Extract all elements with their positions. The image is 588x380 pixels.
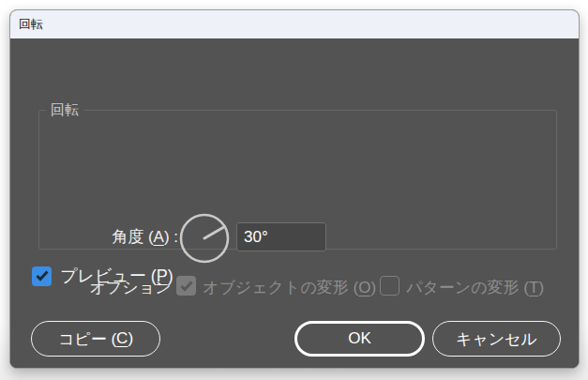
dialog-title: 回転: [19, 16, 43, 33]
angle-input[interactable]: [236, 222, 326, 251]
rotation-dial-icon[interactable]: [176, 210, 233, 266]
ok-button[interactable]: OK: [294, 321, 425, 357]
angle-label-mnemonic: A: [154, 228, 164, 246]
angle-label: 角度 (A) :: [68, 226, 178, 248]
pattern-transform-mnemonic: T: [529, 279, 538, 296]
angle-label-pre: 角度 (: [112, 228, 153, 246]
preview-label-post: ): [168, 266, 173, 285]
copy-button-label-pre: コピー (: [58, 328, 116, 350]
rotate-groupbox: 回転 角度 (A) : オプション :: [38, 110, 557, 250]
pattern-transform-label: パターンの変形 (T): [406, 277, 544, 298]
angle-row: 角度 (A) :: [39, 224, 556, 254]
object-transform-label-pre: オブジェクトの変形 (: [203, 279, 358, 296]
object-transform-checkbox: [176, 276, 196, 296]
pattern-transform-checkbox: [380, 276, 400, 296]
pattern-transform-label-pre: パターンの変形 (: [406, 279, 529, 296]
buttons-row: コピー (C) OK キャンセル: [10, 321, 579, 357]
preview-mnemonic: P: [157, 266, 168, 285]
copy-button-mnemonic: C: [116, 329, 128, 348]
check-icon: [180, 281, 193, 292]
dialog-titlebar[interactable]: 回転: [10, 10, 579, 38]
preview-checkbox[interactable]: [32, 266, 52, 286]
object-transform-label-post: ): [370, 279, 376, 296]
groupbox-legend: 回転: [46, 101, 83, 119]
dialog-body: 回転 角度 (A) : オプション :: [10, 38, 579, 368]
preview-label[interactable]: プレビュー (P): [60, 265, 173, 287]
preview-label-pre: プレビュー (: [60, 266, 157, 285]
desktop-background: 回転 回転 角度 (A) : オプション :: [0, 0, 588, 380]
preview-row: プレビュー (P): [32, 265, 173, 287]
pattern-transform-label-post: ): [538, 279, 544, 296]
copy-button-label-post: ): [128, 329, 133, 348]
rotate-dialog: 回転 回転 角度 (A) : オプション :: [9, 9, 580, 369]
copy-button[interactable]: コピー (C): [31, 321, 160, 357]
check-icon: [36, 270, 49, 281]
object-transform-mnemonic: O: [358, 279, 370, 296]
object-transform-label: オブジェクトの変形 (O): [203, 277, 376, 298]
cancel-button[interactable]: キャンセル: [432, 321, 561, 357]
